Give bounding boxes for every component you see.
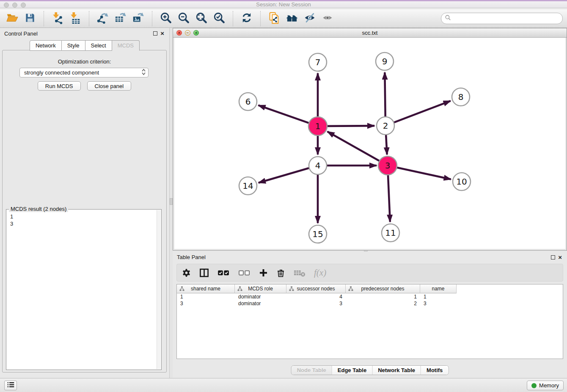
save-session-button[interactable] [23,11,37,26]
app-maximize-button[interactable] [21,3,26,8]
network-graph[interactable]: 7968124314101511 [174,38,566,249]
graph-node-8[interactable]: 8 [452,88,470,106]
graph-edge-2-9[interactable] [385,72,385,118]
zoom-in-button[interactable] [159,11,173,26]
tab-network-table[interactable]: Network Table [372,366,421,375]
table-row[interactable]: 1dominator411 [177,293,563,300]
zoom-selected-button[interactable] [212,11,226,26]
import-network-icon [51,11,64,25]
graph-node-10[interactable]: 10 [453,173,471,190]
export-table-button[interactable] [114,11,127,26]
import-network-button[interactable] [51,11,64,26]
graph-node-4[interactable]: 4 [309,157,327,174]
optimization-criterion-dropdown[interactable]: strongly connected component [19,68,149,77]
dropdown-value: strongly connected component [24,69,142,76]
graph-edge-2-3[interactable] [386,134,387,155]
delete-column-icon[interactable] [276,268,285,277]
app-window-controls[interactable] [4,3,26,8]
refresh-button[interactable] [240,11,253,26]
node-table-body: 1dominator4113dominator323 [177,293,563,307]
float-table-panel-icon[interactable] [551,255,555,259]
select-all-icon[interactable] [217,269,230,277]
column-header-predecessor-nodes[interactable]: predecessor nodes [346,284,420,293]
table-cell[interactable]: 1 [420,293,457,300]
export-network-button[interactable] [96,11,110,26]
graph-edge-1-6[interactable] [259,105,311,124]
tab-mcds[interactable]: MCDS [112,40,140,51]
tab-node-table[interactable]: Node Table [292,366,332,375]
vertical-splitter[interactable] [170,28,173,378]
show-panel-eye-icon [321,12,334,25]
close-panel-button[interactable]: Close panel [87,81,132,91]
column-header-mcds-role[interactable]: MCDS role [235,284,286,293]
import-table-button[interactable] [69,11,82,26]
deselect-all-icon[interactable] [238,269,250,277]
graph-edge-3-1[interactable] [328,132,381,162]
search-box[interactable] [441,13,563,24]
table-cell[interactable]: dominator [235,293,286,300]
table-cell[interactable]: dominator [235,300,286,307]
close-panel-icon[interactable]: × [160,31,164,36]
tab-motifs[interactable]: Motifs [421,366,448,375]
open-folder-icon [6,11,19,25]
settings-gear-icon[interactable] [182,268,191,277]
graph-node-1[interactable]: 1 [308,117,327,135]
graph-node-6[interactable]: 6 [239,93,257,110]
table-row[interactable]: 3dominator323 [177,300,563,307]
task-history-button[interactable] [4,381,17,390]
zoom-fit-button[interactable] [195,11,208,26]
graph-edge-3-11[interactable] [388,174,390,222]
split-pane-icon[interactable] [199,268,209,278]
vertical-splitter-handle[interactable] [170,198,173,205]
float-panel-icon[interactable] [153,31,157,36]
graph-node-14[interactable]: 14 [239,177,257,195]
hide-panels-button[interactable] [303,11,317,26]
graph-node-7[interactable]: 7 [309,53,327,71]
graph-edge-1-2[interactable] [326,126,374,126]
export-image-button[interactable] [132,11,145,26]
graph-node-11[interactable]: 11 [382,224,399,242]
graph-edge-2-8[interactable] [393,101,451,123]
close-table-panel-icon[interactable]: × [558,255,562,259]
graph-edge-3-10[interactable] [396,167,451,179]
network-maximize-button[interactable]: + [193,30,199,36]
mcds-result-scrollbar[interactable] [157,210,161,369]
table-cell[interactable]: 4 [286,293,346,300]
table-cell[interactable]: 3 [420,300,457,307]
search-input[interactable] [451,15,562,22]
network-window-titlebar[interactable]: × − + scc.txt [173,28,567,38]
tab-select[interactable]: Select [85,40,112,51]
graph-edge-4-14[interactable] [259,168,310,182]
network-canvas[interactable]: 7968124314101511 [174,38,565,249]
graph-node-2[interactable]: 2 [377,117,394,135]
home-button[interactable] [285,11,299,26]
table-cell[interactable]: 1 [346,293,420,300]
column-header-name[interactable]: name [420,284,457,293]
memory-button[interactable]: Memory [527,381,564,390]
column-header-successor-nodes[interactable]: successor nodes [286,284,346,293]
mcds-result-text[interactable]: 1 3 [7,210,157,369]
network-close-button[interactable]: × [176,30,182,36]
tab-edge-table[interactable]: Edge Table [332,366,372,375]
graph-node-3[interactable]: 3 [378,156,397,175]
svg-text:11: 11 [385,228,396,238]
table-cell[interactable]: 3 [177,300,235,307]
tab-style[interactable]: Style [62,40,85,51]
app-minimize-button[interactable] [12,3,17,8]
node-table[interactable]: shared nameMCDS rolesuccessor nodesprede… [176,284,563,359]
app-close-button[interactable] [4,3,9,8]
run-mcds-button[interactable]: Run MCDS [38,81,81,91]
show-panels-button[interactable] [321,11,334,26]
clone-network-button[interactable] [267,11,281,26]
table-cell[interactable]: 2 [346,300,420,307]
graph-node-15[interactable]: 15 [309,225,327,243]
table-cell[interactable]: 3 [286,300,346,307]
network-minimize-button[interactable]: − [185,30,190,36]
table-cell[interactable]: 1 [177,293,235,300]
add-column-icon[interactable] [259,268,268,277]
tab-network[interactable]: Network [30,40,62,51]
graph-node-9[interactable]: 9 [376,52,394,70]
column-header-shared-name[interactable]: shared name [177,284,235,293]
zoom-out-button[interactable] [177,11,190,26]
open-session-button[interactable] [6,11,19,26]
